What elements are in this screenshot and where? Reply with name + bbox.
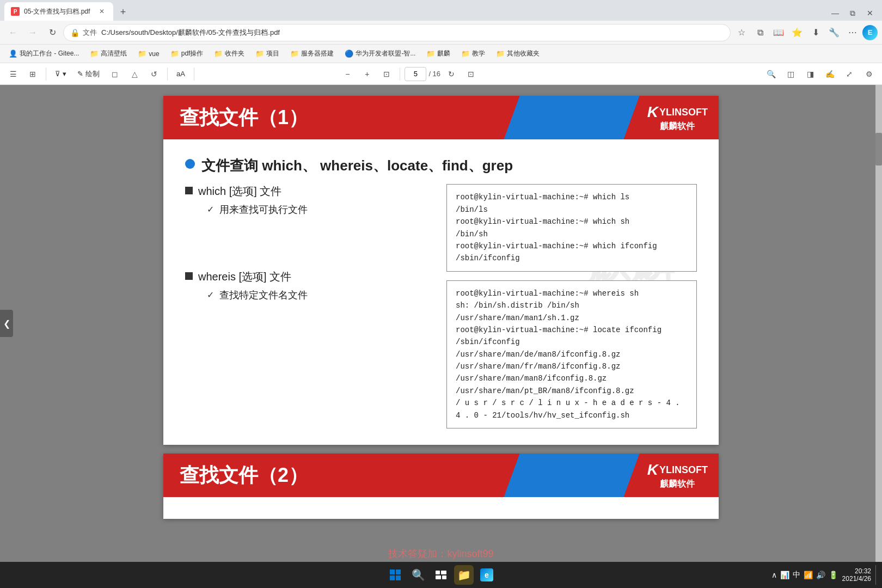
tab-close-button[interactable]: ✕ [97, 7, 107, 16]
page-nav-arrow[interactable]: ❮ [0, 310, 13, 337]
taskbar-edge[interactable]: e [477, 565, 497, 585]
which-item: which [选项] 文件 ✓ 用来查找可执行文件 [185, 184, 436, 219]
bookmark-gitee[interactable]: 👤 我的工作台 - Gitee... [4, 47, 83, 60]
scrollbar-thumb[interactable] [875, 133, 882, 166]
filter-icon: ⊽ [55, 70, 60, 78]
pdf-sign-button[interactable]: ✍ [821, 65, 838, 83]
bookmark-teaching[interactable]: 📁 教学 [457, 47, 489, 60]
taskbar-files[interactable]: 📁 [454, 565, 474, 585]
show-desktop-button[interactable] [875, 565, 878, 585]
bookmark-folder-icon: 📁 [214, 50, 223, 58]
start-button[interactable] [385, 565, 405, 585]
kylinsoft-k: K [647, 103, 658, 121]
pdf-aa-button[interactable]: aA [172, 68, 189, 80]
whereis-item: whereis [选项] 文件 ✓ 查找特定文件名文件 [185, 270, 436, 305]
tray-volume[interactable]: 🔊 [816, 571, 825, 579]
code-line: /sbin/ifconfig [456, 252, 688, 264]
tray-battery[interactable]: 🔋 [829, 571, 838, 579]
system-clock[interactable]: 20:32 2021/4/26 [842, 567, 871, 583]
tray-wifi[interactable]: 📶 [804, 571, 813, 579]
pdf-viewer[interactable]: 查找文件（1） K YLINSOFT 麒麟软件 麒麟软件 [0, 85, 882, 562]
forward-button[interactable]: → [24, 24, 41, 41]
close-button[interactable]: ✕ [862, 5, 878, 21]
edge-profile-button[interactable]: E [862, 25, 878, 40]
back-button[interactable]: ← [4, 24, 22, 41]
bookmark-vue[interactable]: 📁 vue [133, 48, 163, 59]
clock-date: 2021/4/26 [842, 575, 871, 583]
taskbar-taskview[interactable] [431, 565, 451, 585]
pdf-filter-button[interactable]: ⊽ ▾ [51, 68, 71, 80]
pdf-highlight-button[interactable]: ◫ [782, 65, 799, 83]
pdf-fullscreen-button[interactable]: ⤢ [841, 65, 858, 83]
bookmark-label: 服务器搭建 [301, 49, 334, 58]
address-bar[interactable]: 🔒 文件 C:/Users/south/Desktop/麒麟软件/05-文件查找… [63, 24, 731, 41]
main-bullet-1: 文件查询 which、 whereis、locate、find、grep [185, 156, 697, 175]
nav-right-icons: ☆ ⧉ 📖 ⭐ ⬇ 🔧 ⋯ E [733, 24, 878, 41]
pdf-page-input[interactable] [405, 67, 426, 81]
pdf-comment-button[interactable]: ◨ [801, 65, 819, 83]
pdf-rotate-button[interactable]: ↺ [145, 65, 163, 83]
bookmark-label: vue [149, 50, 159, 58]
pdf-zoom-minus[interactable]: − [339, 65, 356, 83]
which-desc: 用来查找可执行文件 [219, 203, 308, 216]
tab-groups-button[interactable]: ⧉ [751, 24, 769, 41]
pdf-fit-page[interactable]: ⊡ [462, 65, 480, 83]
window-controls: — ⧉ ✕ [828, 5, 882, 21]
bookmark-pdf[interactable]: 📁 pdf操作 [166, 47, 208, 60]
refresh-button[interactable]: ↻ [44, 24, 61, 41]
vertical-scrollbar[interactable] [875, 85, 882, 562]
favorites-bar-button[interactable]: ⭐ [788, 24, 806, 41]
tray-keyboard[interactable]: 中 [793, 570, 800, 580]
tray-arrow[interactable]: ∧ [771, 571, 777, 579]
sub-bullet-whereis: whereis [选项] 文件 [185, 270, 436, 284]
pdf-draw-button[interactable]: ✎ 绘制 [73, 67, 104, 81]
pdf-page-2: 查找文件（2） K YLINSOFT 麒麟软件 [163, 454, 719, 519]
pdf-settings-button[interactable]: ⚙ [860, 65, 878, 83]
pdf-fit-button[interactable]: ⊡ [378, 65, 395, 83]
pdf-search-button[interactable]: 🔍 [762, 65, 780, 83]
active-tab[interactable]: P 05-文件查找与归档.pdf ✕ [4, 2, 113, 21]
new-tab-button[interactable]: + [114, 3, 132, 21]
bookmarks-bar: 👤 我的工作台 - Gitee... 📁 高清壁纸 📁 vue 📁 pdf操作 … [0, 45, 882, 63]
main-bullet-text: 文件查询 which、 whereis、locate、find、grep [201, 156, 513, 175]
sub-bullet-square [185, 187, 193, 194]
code-line: /usr/share/man/pt_BR/man8/ifconfig.8.gz [456, 385, 688, 397]
pdf-menu-button[interactable]: ☰ [4, 65, 22, 83]
slide-logo-2: K YLINSOFT 麒麟软件 [647, 461, 708, 490]
extensions-button[interactable]: 🔧 [825, 24, 843, 41]
pdf-shape-button[interactable]: △ [126, 65, 143, 83]
pdf-zoom-plus[interactable]: + [358, 65, 376, 83]
toolbar-divider-1 [46, 68, 46, 81]
pdf-eraser-button[interactable]: ◻ [106, 65, 124, 83]
taskbar-search[interactable]: 🔍 [408, 565, 428, 585]
blue-shape-2 [504, 454, 639, 497]
kylinsoft-rest-2: YLINSOFT [659, 464, 708, 475]
pdf-rotate-right[interactable]: ↻ [443, 65, 460, 83]
toolbar-divider-2 [167, 68, 168, 81]
taskbar-right: ∧ 📊 中 📶 🔊 🔋 20:32 2021/4/26 [771, 565, 878, 585]
bookmark-project[interactable]: 📁 项目 [251, 47, 284, 60]
bookmark-server[interactable]: 📁 服务器搭建 [286, 47, 338, 60]
reading-mode-button[interactable]: 📖 [770, 24, 787, 41]
downloads-button[interactable]: ⬇ [807, 24, 824, 41]
kylinsoft-chinese: 麒麟软件 [660, 121, 695, 132]
lock-icon: 🔒 [70, 28, 79, 37]
bookmark-kylin[interactable]: 📁 麒麟 [422, 47, 455, 60]
bookmark-others[interactable]: 📁 其他收藏夹 [492, 47, 544, 60]
svg-rect-4 [436, 571, 440, 574]
bookmark-folder-icon: 📁 [496, 50, 505, 58]
bookmark-inbox[interactable]: 📁 收件夹 [210, 47, 249, 60]
minimize-button[interactable]: — [828, 5, 843, 21]
which-label: which [选项] 文件 [198, 184, 281, 199]
bookmark-icon: 👤 [9, 50, 17, 58]
more-button[interactable]: ⋯ [844, 24, 861, 41]
toolbar-divider-4 [400, 68, 400, 81]
favorites-button[interactable]: ☆ [733, 24, 750, 41]
pdf-nav-button[interactable]: ⊞ [24, 65, 41, 83]
bookmark-folder-icon: 📁 [138, 50, 146, 58]
whereis-desc: 查找特定文件名文件 [219, 289, 308, 302]
maximize-button[interactable]: ⧉ [845, 5, 860, 21]
bookmark-folder-icon: 📁 [426, 50, 435, 58]
bookmark-huawei[interactable]: 🔵 华为开发者联盟-智... [340, 47, 420, 60]
bookmark-wallpaper[interactable]: 📁 高清壁纸 [85, 47, 131, 60]
